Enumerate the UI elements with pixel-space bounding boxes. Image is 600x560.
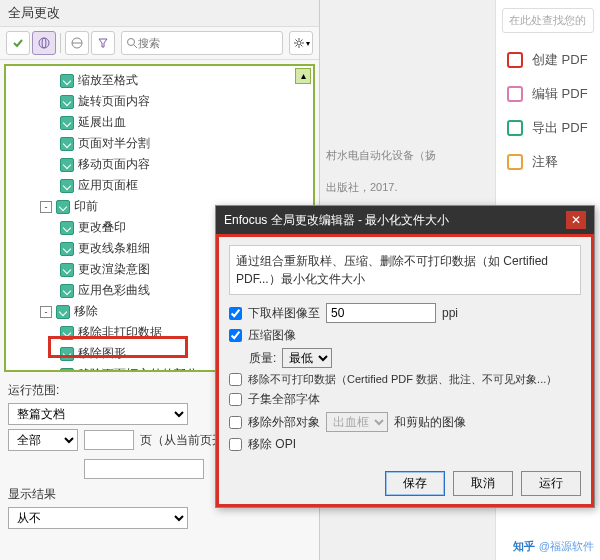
right-item-label: 创建 PDF (532, 51, 588, 69)
tree-item-label: 更改渲染意图 (78, 261, 150, 278)
comment-icon (506, 153, 524, 171)
right-item-edit-pdf[interactable]: 编辑 PDF (496, 77, 600, 111)
svg-rect-8 (508, 87, 522, 101)
svg-point-0 (39, 38, 49, 48)
tree-item-icon (60, 326, 74, 340)
tree-item-label: 印前 (74, 198, 98, 215)
cancel-button[interactable]: 取消 (453, 471, 513, 496)
tree-item-label: 应用色彩曲线 (78, 282, 150, 299)
search-box[interactable] (121, 31, 283, 55)
tree-item-icon (60, 179, 74, 193)
save-button[interactable]: 保存 (385, 471, 445, 496)
tree-item-label: 更改线条粗细 (78, 240, 150, 257)
panel-title: 全局更改 (0, 0, 319, 27)
toolbar: ▾ (0, 27, 319, 60)
remove-external-label: 移除外部对象 (248, 414, 320, 431)
tree-item-label: 移动页面内容 (78, 156, 150, 173)
search-icon (126, 37, 138, 49)
tree-item-icon (56, 305, 70, 319)
all-select[interactable]: 全部 (8, 429, 78, 451)
remove-nonprint-checkbox[interactable] (229, 373, 242, 386)
settings-button[interactable]: ▾ (289, 31, 313, 55)
remove-external-checkbox[interactable] (229, 416, 242, 429)
tree-item[interactable]: 移动页面内容 (8, 154, 311, 175)
right-item-label: 注释 (532, 153, 558, 171)
tree-item-label: 旋转页面内容 (78, 93, 150, 110)
export-pdf-icon (506, 119, 524, 137)
tree-item-icon (56, 200, 70, 214)
tree-item-label: 移除图形 (78, 345, 126, 362)
remove-opi-label: 移除 OPI (248, 436, 296, 453)
tree-item-label: 缩放至格式 (78, 72, 138, 89)
dialog-body-highlight: 通过组合重新取样、压缩、删除不可打印数据（如 Certified PDF...）… (216, 234, 594, 507)
tree-item-label: 页面对半分割 (78, 135, 150, 152)
dialog-description: 通过组合重新取样、压缩、删除不可打印数据（如 Certified PDF...）… (229, 245, 581, 295)
dialog-titlebar: Enfocus 全局更改编辑器 - 最小化文件大小 ✕ (216, 206, 594, 234)
tree-toggle-icon[interactable]: - (40, 306, 52, 318)
bleed-suffix: 和剪贴的图像 (394, 414, 466, 431)
tree-item-label: 移除页面框之外的部分 (78, 366, 198, 372)
tree-item[interactable]: 缩放至格式 (8, 70, 311, 91)
range-input[interactable] (84, 459, 204, 479)
downsample-checkbox[interactable] (229, 307, 242, 320)
bg-text-2: 出版社，2017. (326, 180, 398, 195)
tree-item-icon (60, 221, 74, 235)
right-item-create-pdf[interactable]: 创建 PDF (496, 43, 600, 77)
tree-item[interactable]: 页面对半分割 (8, 133, 311, 154)
show-result-select[interactable]: 从不 (8, 507, 188, 529)
right-item-export-pdf[interactable]: 导出 PDF (496, 111, 600, 145)
svg-point-4 (128, 39, 135, 46)
search-input[interactable] (138, 37, 278, 49)
create-pdf-icon (506, 51, 524, 69)
subset-fonts-checkbox[interactable] (229, 393, 242, 406)
bg-text-1: 村水电自动化设备（扬 (326, 148, 436, 163)
tree-item-icon (60, 137, 74, 151)
page-label: 页（从当前页开 (140, 432, 224, 449)
close-button[interactable]: ✕ (566, 211, 586, 229)
quality-label: 质量: (249, 350, 276, 367)
tree-item[interactable]: 应用页面框 (8, 175, 311, 196)
right-item-label: 导出 PDF (532, 119, 588, 137)
compress-label: 压缩图像 (248, 327, 296, 344)
toolbar-separator (60, 33, 61, 53)
scroll-up-button[interactable]: ▴ (295, 68, 311, 84)
page-input[interactable] (84, 430, 134, 450)
tree-item-label: 更改叠印 (78, 219, 126, 236)
right-item-label: 编辑 PDF (532, 85, 588, 103)
tree-toggle-icon[interactable]: - (40, 201, 52, 213)
edit-pdf-icon (506, 85, 524, 103)
tree-item[interactable]: 旋转页面内容 (8, 91, 311, 112)
dialog-title-text: Enfocus 全局更改编辑器 - 最小化文件大小 (224, 212, 449, 229)
scope-select[interactable]: 整篇文档 (8, 403, 188, 425)
svg-line-5 (134, 45, 137, 48)
tree-item-label: 延展出血 (78, 114, 126, 131)
toolbar-globe-button[interactable] (32, 31, 56, 55)
tree-item-icon (60, 242, 74, 256)
remove-opi-checkbox[interactable] (229, 438, 242, 451)
tree-item-label: 移除 (74, 303, 98, 320)
tree-item-icon (60, 74, 74, 88)
svg-rect-9 (508, 121, 522, 135)
watermark: 知乎 @福源软件 (513, 539, 594, 554)
tree-item-icon (60, 368, 74, 373)
svg-point-6 (297, 41, 301, 45)
bleed-select: 出血框 (326, 412, 388, 432)
compress-checkbox[interactable] (229, 329, 242, 342)
tree-item-icon (60, 347, 74, 361)
toolbar-filter-button[interactable] (91, 31, 115, 55)
dialog-buttons: 保存 取消 运行 (229, 463, 581, 496)
downsample-label: 下取样图像至 (248, 305, 320, 322)
downsample-input[interactable] (326, 303, 436, 323)
tree-item-icon (60, 116, 74, 130)
tree-item-label: 应用页面框 (78, 177, 138, 194)
ppi-label: ppi (442, 306, 458, 320)
toolbar-check-button[interactable] (6, 31, 30, 55)
toolbar-globe2-button[interactable] (65, 31, 89, 55)
svg-rect-7 (508, 53, 522, 67)
dialog: Enfocus 全局更改编辑器 - 最小化文件大小 ✕ 通过组合重新取样、压缩、… (215, 205, 595, 508)
right-item-comment[interactable]: 注释 (496, 145, 600, 179)
tree-item[interactable]: 延展出血 (8, 112, 311, 133)
right-search-box[interactable]: 在此处查找您的 (502, 8, 594, 33)
run-button[interactable]: 运行 (521, 471, 581, 496)
quality-select[interactable]: 最低 (282, 348, 332, 368)
